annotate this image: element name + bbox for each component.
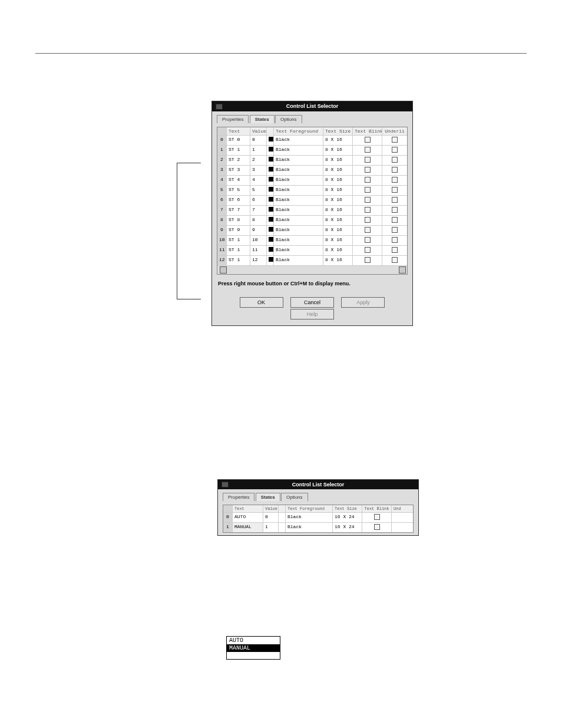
grid-row[interactable]: 8ST 88Black8 X 16	[217, 216, 407, 226]
row-text[interactable]: ST 0	[227, 136, 250, 145]
color-swatch-icon[interactable]	[267, 136, 274, 145]
grid-row[interactable]: 11ST 111Black8 X 16	[217, 246, 407, 256]
grid-row[interactable]: 7ST 77Black8 X 16	[217, 206, 407, 216]
grid-row[interactable]: 12ST 112Black8 X 16	[217, 256, 407, 266]
help-button[interactable]: Help	[290, 309, 334, 319]
grid-row[interactable]: 10ST 110Black8 X 16	[217, 236, 407, 246]
underline-checkbox[interactable]	[382, 206, 407, 215]
row-value[interactable]: 1	[250, 146, 267, 155]
color-swatch-icon[interactable]	[267, 196, 274, 205]
row-text[interactable]: ST 5	[227, 186, 250, 195]
row-value[interactable]: 9	[250, 226, 267, 235]
color-swatch-icon[interactable]	[267, 256, 274, 265]
color-swatch-icon[interactable]	[267, 166, 274, 175]
row-text[interactable]: ST 4	[227, 176, 250, 185]
underline-checkbox[interactable]	[382, 156, 407, 165]
tab-options[interactable]: Options	[281, 493, 308, 501]
row-size[interactable]: 8 X 16	[323, 216, 353, 225]
underline-checkbox[interactable]	[382, 166, 407, 175]
color-swatch-icon[interactable]	[267, 226, 274, 235]
row-size[interactable]: 8 X 16	[323, 226, 353, 235]
row-value[interactable]: 5	[250, 186, 267, 195]
row-value[interactable]: 6	[250, 196, 267, 205]
grid-row[interactable]: 1 MANUAL 1 Black 16 X 24	[223, 523, 413, 532]
states-grid[interactable]: Text Value Text Foreground Text Size Tex…	[223, 505, 414, 533]
color-swatch-icon[interactable]	[267, 236, 274, 245]
row-value[interactable]: 4	[250, 176, 267, 185]
row-text[interactable]: ST 1	[227, 146, 250, 155]
underline-checkbox[interactable]	[382, 136, 407, 145]
underline-checkbox[interactable]	[382, 176, 407, 185]
color-swatch-icon[interactable]	[267, 246, 274, 255]
color-swatch-icon[interactable]	[267, 156, 274, 165]
scroll-right-icon[interactable]	[399, 266, 406, 274]
underline-checkbox[interactable]	[382, 186, 407, 195]
row-foreground[interactable]: Black	[274, 216, 323, 225]
row-value[interactable]: 10	[250, 236, 267, 245]
row-text[interactable]: ST 3	[227, 166, 250, 175]
blink-checkbox[interactable]	[362, 513, 392, 522]
tab-properties[interactable]: Properties	[223, 493, 254, 501]
row-text[interactable]: ST 2	[227, 156, 250, 165]
row-text[interactable]: ST 1	[227, 246, 250, 255]
list-item-selected[interactable]: MANUAL	[227, 644, 280, 652]
blink-checkbox[interactable]	[353, 226, 382, 235]
color-swatch-icon[interactable]	[267, 146, 274, 155]
underline-checkbox[interactable]	[382, 196, 407, 205]
grid-row[interactable]: 9ST 99Black8 X 16	[217, 226, 407, 236]
tab-properties[interactable]: Properties	[217, 115, 249, 123]
blink-checkbox[interactable]	[353, 196, 382, 205]
row-value[interactable]: 3	[250, 166, 267, 175]
blink-checkbox[interactable]	[353, 256, 382, 265]
titlebar[interactable]: Control List Selector	[218, 480, 418, 490]
row-foreground[interactable]: Black	[274, 146, 323, 155]
row-foreground[interactable]: Black	[274, 186, 323, 195]
row-foreground[interactable]: Black	[274, 256, 323, 265]
tab-states[interactable]: States	[256, 493, 280, 501]
underline-checkbox[interactable]	[382, 216, 407, 225]
row-size[interactable]: 16 X 24	[333, 523, 362, 532]
row-foreground[interactable]: Black	[286, 513, 333, 522]
row-size[interactable]: 8 X 16	[323, 176, 353, 185]
blink-checkbox[interactable]	[362, 523, 392, 532]
row-text[interactable]: ST 1	[227, 236, 250, 245]
titlebar[interactable]: Control List Selector	[212, 101, 412, 111]
row-text[interactable]: ST 7	[227, 206, 250, 215]
color-swatch-icon[interactable]	[267, 186, 274, 195]
row-size[interactable]: 8 X 16	[323, 156, 353, 165]
blink-checkbox[interactable]	[353, 236, 382, 245]
row-text[interactable]: ST 6	[227, 196, 250, 205]
underline-cell[interactable]	[392, 523, 409, 532]
cancel-button[interactable]: Cancel	[290, 297, 334, 308]
row-value[interactable]: 0	[263, 513, 279, 522]
underline-checkbox[interactable]	[382, 236, 407, 245]
row-value[interactable]: 7	[250, 206, 267, 215]
grid-row[interactable]: 1ST 11Black8 X 16	[217, 146, 407, 156]
row-foreground[interactable]: Black	[274, 156, 323, 165]
row-foreground[interactable]: Black	[274, 136, 323, 145]
grid-row[interactable]: 0ST 00Black8 X 16	[217, 136, 407, 146]
row-value[interactable]: 11	[250, 246, 267, 255]
row-size[interactable]: 8 X 16	[323, 186, 353, 195]
color-swatch-icon[interactable]	[279, 513, 286, 522]
list-selector-preview[interactable]: AUTO MANUAL	[226, 636, 280, 660]
grid-row[interactable]: 6ST 66Black8 X 16	[217, 196, 407, 206]
row-size[interactable]: 8 X 16	[323, 196, 353, 205]
row-text[interactable]: ST 9	[227, 226, 250, 235]
row-size[interactable]: 8 X 16	[323, 236, 353, 245]
row-foreground[interactable]: Black	[274, 246, 323, 255]
underline-checkbox[interactable]	[382, 226, 407, 235]
blink-checkbox[interactable]	[353, 136, 382, 145]
row-size[interactable]: 8 X 16	[323, 166, 353, 175]
row-value[interactable]: 1	[263, 523, 279, 532]
row-foreground[interactable]: Black	[286, 523, 333, 532]
grid-row[interactable]: 2ST 22Black8 X 16	[217, 156, 407, 166]
row-value[interactable]: 8	[250, 216, 267, 225]
underline-cell[interactable]	[392, 513, 409, 522]
tab-states[interactable]: States	[250, 115, 275, 123]
blink-checkbox[interactable]	[353, 156, 382, 165]
color-swatch-icon[interactable]	[267, 216, 274, 225]
color-swatch-icon[interactable]	[267, 176, 274, 185]
row-foreground[interactable]: Black	[274, 166, 323, 175]
row-text[interactable]: AUTO	[233, 513, 263, 522]
